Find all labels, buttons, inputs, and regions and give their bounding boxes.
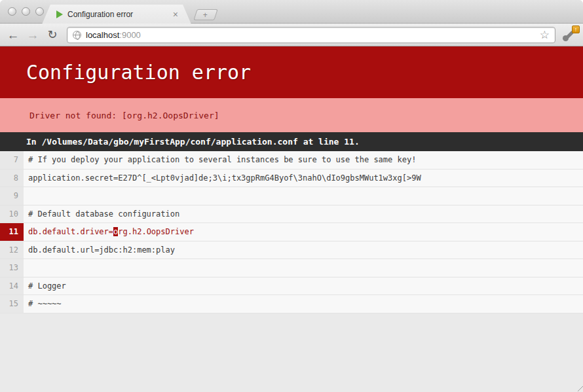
- tab-strip: Configuration error × +: [0, 0, 583, 24]
- code-line: 14# Logger: [0, 277, 583, 296]
- reload-button[interactable]: ↻: [45, 29, 60, 41]
- line-number: 11: [0, 223, 24, 241]
- code-line: 13: [0, 259, 583, 277]
- code-line: 9: [0, 187, 583, 205]
- settings-menu-button[interactable]: ↑: [562, 27, 578, 43]
- error-page: Configuration error Driver not found: [o…: [0, 46, 583, 391]
- page-title: Configuration error: [26, 61, 251, 84]
- line-number: 9: [0, 187, 24, 205]
- error-detail-banner: Driver not found: [org.h2.OopsDriver]: [0, 98, 583, 132]
- line-number: 7: [0, 151, 24, 169]
- line-number: 12: [0, 241, 24, 259]
- back-button[interactable]: ←: [5, 29, 21, 41]
- code-listing: 7# If you deploy your application to sev…: [0, 151, 583, 313]
- code-line: 10# Default database configuration: [0, 205, 583, 224]
- window-close-button[interactable]: [8, 7, 16, 16]
- code-text: # Default database configuration: [24, 205, 583, 223]
- browser-window: Configuration error × + ← → ↻ localhost:…: [0, 0, 583, 392]
- forward-button[interactable]: →: [25, 29, 41, 41]
- bookmark-star-icon[interactable]: ☆: [540, 29, 550, 41]
- code-text: db.default.driver=org.h2.OopsDriver: [24, 223, 583, 241]
- window-minimize-button[interactable]: [22, 7, 30, 16]
- plus-icon: +: [203, 11, 208, 19]
- code-line: 15# ~~~~~: [0, 295, 583, 313]
- globe-icon: [73, 31, 81, 39]
- url-text[interactable]: localhost:9000: [86, 30, 535, 40]
- line-number: 8: [0, 169, 24, 187]
- play-favicon-icon: [56, 10, 63, 18]
- url-port: :9000: [119, 30, 141, 40]
- code-line: 8application.secret=E27D^[_<Lpt0vjad]de;…: [0, 169, 583, 188]
- code-text: # ~~~~~: [24, 295, 583, 313]
- address-bar[interactable]: localhost:9000 ☆: [67, 27, 555, 43]
- code-line: 12db.default.url=jdbc:h2:mem:play: [0, 241, 583, 260]
- update-badge-icon: ↑: [572, 26, 580, 33]
- code-line: 11db.default.driver=org.h2.OopsDriver: [0, 223, 583, 241]
- tab-title: Configuration error: [67, 10, 168, 19]
- error-column-marker: o: [113, 227, 118, 236]
- browser-tab[interactable]: Configuration error ×: [42, 5, 191, 24]
- window-controls: [8, 7, 44, 16]
- code-text: # If you deploy your application to seve…: [24, 151, 583, 169]
- window-zoom-button[interactable]: [35, 7, 44, 16]
- error-header: Configuration error: [0, 46, 583, 98]
- code-text: [24, 187, 583, 205]
- url-host: localhost: [86, 30, 119, 40]
- code-line: 7# If you deploy your application to sev…: [0, 151, 583, 169]
- code-text: db.default.url=jdbc:h2:mem:play: [24, 241, 583, 259]
- line-number: 14: [0, 277, 24, 295]
- window-resize-grip[interactable]: [573, 382, 583, 391]
- new-tab-button[interactable]: +: [193, 9, 218, 20]
- code-text: [24, 259, 583, 277]
- line-number: 10: [0, 205, 24, 223]
- line-number: 13: [0, 259, 24, 277]
- error-location-bar: In /Volumes/Data/gbo/myFirstApp/conf/app…: [0, 132, 583, 151]
- code-text: application.secret=E27D^[_<Lpt0vjad]de;3…: [24, 169, 583, 187]
- code-text: # Logger: [24, 277, 583, 295]
- tab-close-icon[interactable]: ×: [173, 10, 178, 19]
- line-number: 15: [0, 295, 24, 313]
- browser-toolbar: ← → ↻ localhost:9000 ☆ ↑: [0, 24, 583, 46]
